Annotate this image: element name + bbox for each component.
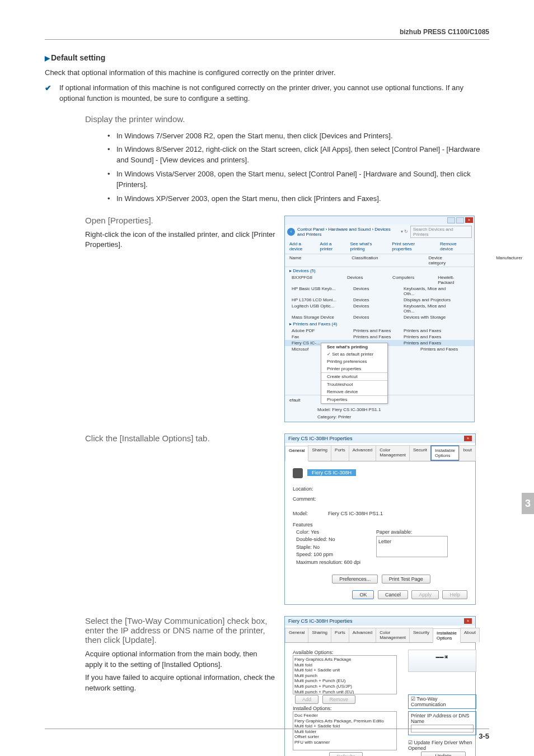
ctx-troubleshoot[interactable]: Troubleshoot [321, 381, 387, 388]
cancel-button[interactable]: Cancel [378, 590, 408, 599]
breadcrumb[interactable]: Control Panel › Hardware and Sound › Dev… [297, 227, 399, 237]
group-devices[interactable]: ▸ Devices (5) [285, 267, 474, 274]
col-name[interactable]: Name [289, 255, 301, 265]
step1-b1: In Windows 7/Server 2008 R2, open the St… [107, 131, 489, 142]
ctx-remove[interactable]: Remove device [321, 388, 387, 395]
col-class[interactable]: Classification [352, 255, 378, 265]
tb-add-printer[interactable]: Add a printer [320, 241, 344, 251]
page-header: bizhub PRESS C1100/C1085 [45, 28, 489, 40]
dialog-tabs[interactable]: General Sharing Ports Advanced Color Man… [285, 628, 475, 643]
step1-b4: In Windows XP/Server 2003, open the Star… [107, 194, 489, 204]
installed-options-list[interactable]: Doc Feeder Fiery Graphics Arts Package, … [293, 711, 397, 750]
tab-security[interactable]: Securit [409, 445, 431, 461]
back-icon[interactable]: ‹ [287, 228, 295, 236]
tab-ports[interactable]: Ports [331, 445, 349, 461]
step4-d2: If you have failed to acquire optional i… [85, 673, 275, 694]
add-button[interactable]: Add [295, 695, 318, 704]
tab-color[interactable]: Color Management [376, 628, 410, 642]
ctx-prefs[interactable]: Printing preferences [321, 358, 387, 365]
chapter-tab: 3 [522, 493, 534, 514]
tab-ports[interactable]: Ports [331, 628, 349, 642]
help-button[interactable]: Help [442, 590, 467, 599]
close-icon[interactable]: × [464, 618, 472, 624]
step3-title: Click the [Installable Options] tab. [85, 433, 275, 443]
remove-button[interactable]: Remove [322, 695, 356, 704]
step1-b3: In Windows Vista/Server 2008, open the S… [107, 169, 489, 190]
step2-desc: Right-click the icon of the installed pr… [85, 230, 275, 251]
tab-sharing[interactable]: Sharing [308, 445, 331, 461]
properties-general-dialog: Fiery CS IC-308H Properties× General Sha… [284, 433, 476, 605]
comment-field[interactable] [328, 496, 467, 502]
page-number: 3-5 [479, 732, 489, 740]
col-cat[interactable]: Device category [428, 255, 446, 265]
available-options-list[interactable]: Fiery Graphics Arts Package Multi fold M… [293, 655, 397, 694]
tb-print-server[interactable]: Print server properties [392, 241, 434, 251]
tb-remove[interactable]: Remove device [440, 241, 470, 251]
tab-installable[interactable]: Installable Options [430, 445, 460, 461]
group-printers[interactable]: ▸ Printers and Faxes (4) [285, 320, 474, 328]
apply-button[interactable]: Apply [411, 590, 439, 599]
location-field[interactable] [328, 486, 467, 492]
dialog-tabs[interactable]: General Sharing Ports Advanced Color Man… [285, 445, 475, 461]
printer-preview: ▬▬ ▣ [408, 650, 476, 672]
update-button[interactable]: Update [421, 752, 465, 756]
update-driver-checkbox[interactable]: Update Fiery Driver When Opened [408, 740, 472, 751]
tab-about[interactable]: About [460, 628, 480, 642]
tb-add-device[interactable]: Add a device [289, 241, 314, 251]
close-icon[interactable]: × [464, 436, 472, 441]
close-icon[interactable]: × [465, 217, 473, 223]
search-input[interactable]: Search Devices and Printers [410, 226, 472, 238]
step4-title: Select the [Two-Way Communication] check… [85, 616, 275, 645]
ctx-properties[interactable]: Printer properties [321, 365, 387, 372]
step1-b2: In Windows 8/Server 2012, right-click on… [107, 144, 489, 166]
step4-d1: Acquire optional information from the ma… [85, 649, 275, 670]
note-text: If optional information of this machine … [59, 83, 489, 104]
tab-security[interactable]: Security [409, 628, 433, 642]
tab-advanced[interactable]: Advanced [349, 628, 377, 642]
step1-title: Display the printer window. [85, 114, 489, 124]
tab-advanced[interactable]: Advanced [349, 445, 377, 461]
step2-title: Open [Properties]. [85, 216, 275, 225]
defaults-button[interactable]: Defaults [329, 752, 362, 756]
tab-installable[interactable]: Installable Options [433, 628, 461, 643]
tab-color[interactable]: Color Management [376, 445, 410, 461]
context-menu[interactable]: See what's printing ✓ Set as default pri… [321, 343, 388, 404]
ctx-props2[interactable]: Properties [321, 396, 387, 403]
ctx-see-printing[interactable]: See what's printing [321, 343, 387, 351]
paper-list[interactable]: Letter [376, 536, 448, 557]
properties-installable-dialog: Fiery CS IC-308H Properties× General Sha… [284, 616, 476, 756]
devices-printers-window: × ‹ Control Panel › Hardware and Sound ›… [284, 216, 475, 422]
printer-name-field[interactable]: Fiery CS IC-308H [307, 469, 356, 476]
ok-button[interactable]: OK [352, 590, 374, 599]
intro-text: Check that optional information of this … [45, 68, 489, 78]
section-title: ▶Default setting [45, 53, 489, 62]
ctx-shortcut[interactable]: Create shortcut [321, 373, 387, 380]
ctx-default[interactable]: ✓ Set as default printer [321, 351, 387, 358]
tab-general[interactable]: General [285, 628, 308, 642]
preferences-button[interactable]: Preferences... [332, 575, 378, 584]
two-way-checkbox[interactable]: ☑ Two-Way Communication [408, 694, 476, 709]
col-manuf[interactable]: Manufacturer [496, 255, 522, 265]
tab-general[interactable]: General [285, 446, 308, 461]
tab-sharing[interactable]: Sharing [308, 628, 331, 642]
tab-about[interactable]: bout [459, 445, 476, 461]
checkmark-icon: ✔ [45, 83, 51, 94]
testpage-button[interactable]: Print Test Page [382, 575, 430, 584]
tb-see-printing[interactable]: See what's printing [350, 241, 387, 251]
arrow-icon: ▶ [45, 54, 50, 62]
